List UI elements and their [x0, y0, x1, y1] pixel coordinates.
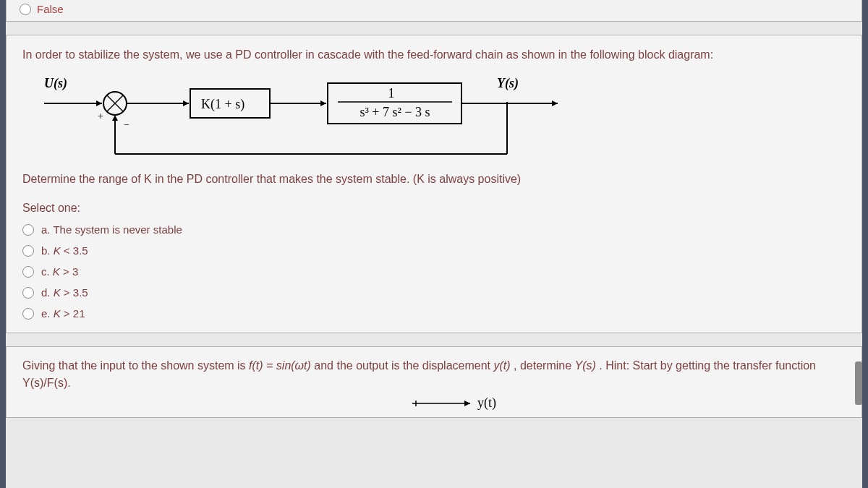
- svg-marker-7: [320, 100, 326, 106]
- select-one-label: Select one:: [22, 202, 846, 215]
- option-b[interactable]: b. K < 3.5: [22, 240, 846, 261]
- next-question-diagram-fragment: y(t): [22, 396, 846, 416]
- radio-icon: [22, 224, 34, 236]
- svg-marker-5: [183, 100, 189, 106]
- quiz-page: False In order to stabilize the system, …: [6, 0, 862, 488]
- plant-numerator: 1: [388, 86, 395, 100]
- option-text: b. K < 3.5: [41, 244, 88, 257]
- option-c[interactable]: c. K > 3: [22, 261, 846, 282]
- option-label: False: [37, 3, 64, 15]
- output-label: Y(s): [497, 76, 519, 91]
- radio-icon: [22, 266, 34, 278]
- radio-icon: [20, 4, 31, 15]
- question-stem: In order to stabilize the system, we use…: [22, 48, 846, 61]
- option-d[interactable]: d. K > 3.5: [22, 282, 846, 303]
- option-false[interactable]: False: [7, 0, 861, 21]
- svg-marker-15: [112, 115, 118, 121]
- radio-icon: [22, 245, 34, 257]
- svg-marker-18: [464, 401, 470, 406]
- previous-question-tail: False: [6, 0, 862, 22]
- options-list: a. The system is never stable b. K < 3.5…: [22, 219, 846, 324]
- option-text: c. K > 3: [41, 265, 78, 278]
- scrollbar-thumb[interactable]: [855, 361, 862, 405]
- sum-minus: −: [124, 119, 129, 130]
- input-label: U(s): [44, 76, 67, 91]
- sum-plus: +: [98, 111, 103, 121]
- block-diagram-svg: U(s) + − K(1 + s): [22, 67, 572, 168]
- plant-denominator: s³ + 7 s² − 3 s: [359, 105, 430, 119]
- controller-text: K(1 + s): [201, 97, 244, 112]
- radio-icon: [22, 308, 34, 320]
- determine-text: Determine the range of K in the PD contr…: [22, 173, 846, 186]
- nq-output-label: y(t): [477, 396, 496, 411]
- radio-icon: [22, 287, 34, 299]
- option-a[interactable]: a. The system is never stable: [22, 219, 846, 240]
- option-text: d. K > 3.5: [41, 286, 88, 299]
- option-text: a. The system is never stable: [41, 223, 182, 236]
- option-text: e. K > 21: [41, 307, 85, 320]
- block-diagram: U(s) + − K(1 + s): [22, 67, 572, 168]
- svg-marker-1: [96, 100, 102, 106]
- option-e[interactable]: e. K > 21: [22, 303, 846, 324]
- question-block: In order to stabilize the system, we use…: [6, 35, 862, 333]
- nq-text: Giving that the input to the shown syste…: [22, 359, 816, 389]
- svg-marker-10: [552, 100, 558, 106]
- next-question-block: Giving that the input to the shown syste…: [6, 346, 862, 418]
